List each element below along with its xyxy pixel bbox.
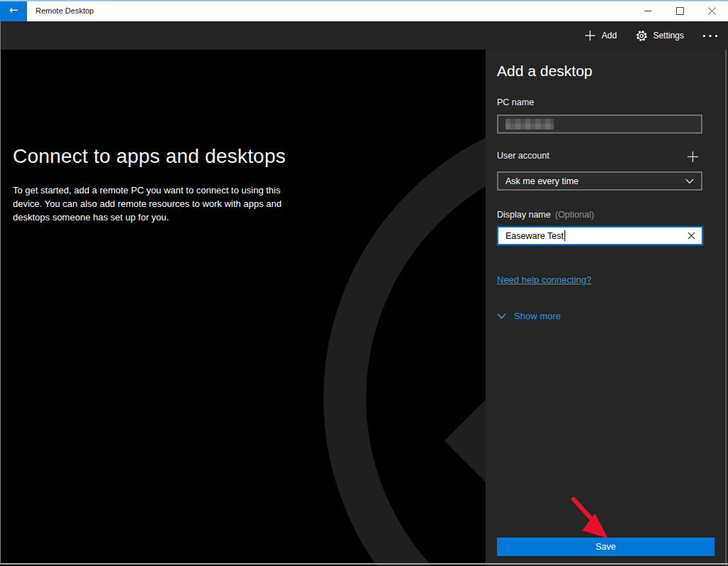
window-border-bottom [0,563,728,565]
display-name-value: Easeware Test [498,231,564,241]
maximize-icon [676,7,684,15]
pc-name-label: PC name [497,97,534,107]
add-button[interactable]: Add [584,30,616,41]
remote-desktop-window: ← Remote Desktop [0,0,728,566]
text-caret [564,230,565,241]
show-more-toggle[interactable]: Show more [497,311,561,321]
ellipsis-icon [702,34,718,38]
settings-label: Settings [653,31,684,41]
user-account-dropdown[interactable]: Ask me every time [497,171,702,191]
more-button[interactable] [702,34,718,38]
window-top-accent [0,0,728,1]
minimize-icon [644,7,652,15]
chevron-down-icon [685,178,694,184]
pc-name-input[interactable] [497,114,702,134]
page-description: To get started, add a remote PC you want… [13,184,311,225]
display-name-label: Display name(Optional) [497,210,594,220]
add-desktop-panel: Add a desktop PC name User account Ask m… [486,50,728,566]
clear-text-button[interactable] [686,231,696,241]
show-more-label: Show more [514,311,561,321]
user-account-selected: Ask me every time [498,176,685,186]
close-icon [708,7,716,15]
close-button[interactable] [696,0,728,21]
minimize-button[interactable] [632,0,664,21]
window-border-left [0,21,1,563]
maximize-button[interactable] [664,0,696,21]
pc-name-redacted-value [505,119,554,129]
add-label: Add [601,31,616,41]
back-arrow-icon: ← [9,5,18,16]
need-help-link[interactable]: Need help connecting? [497,274,592,285]
display-name-input[interactable]: Easeware Test [497,226,703,245]
title-bar: ← Remote Desktop [0,0,728,21]
page-title: Connect to apps and desktops [13,145,439,168]
window-controls [632,0,728,21]
app-command-bar: Add Settings [0,21,728,50]
settings-button[interactable]: Settings [636,30,684,42]
chevron-down-icon [497,313,506,319]
window-title: Remote Desktop [36,0,94,21]
optional-hint: (Optional) [555,210,594,220]
panel-scrollbar-track[interactable] [725,50,727,566]
panel-title: Add a desktop [497,63,592,80]
plus-icon [584,30,596,41]
back-button[interactable]: ← [0,0,27,21]
plus-icon [687,151,699,163]
add-user-account-button[interactable] [685,149,700,164]
remote-desktop-logo-watermark [0,50,486,566]
main-content-area: Connect to apps and desktops To get star… [0,50,486,566]
clear-x-icon [687,232,695,240]
gear-icon [636,30,648,42]
save-button[interactable]: Save [497,538,714,556]
user-account-label: User account [497,151,550,161]
